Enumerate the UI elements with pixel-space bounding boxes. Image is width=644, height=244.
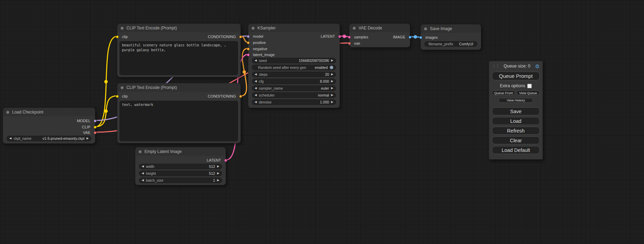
slot-dot-image[interactable]: [419, 36, 422, 39]
collapse-dot[interactable]: [424, 27, 427, 30]
widget-steps[interactable]: ◀ steps 20 ▶: [252, 72, 336, 77]
widget-denoise[interactable]: ◀ denoise 1.000 ▶: [252, 99, 336, 105]
increment-arrow-icon[interactable]: ▶: [331, 94, 333, 97]
increment-arrow-icon[interactable]: ▶: [331, 87, 333, 90]
slot-dot-clip[interactable]: [94, 126, 97, 129]
increment-arrow-icon[interactable]: ▶: [331, 101, 333, 103]
prompt-textarea[interactable]: beautiful scenery nature glass bottle la…: [120, 41, 238, 75]
increment-arrow-icon[interactable]: ▶: [87, 137, 89, 140]
view-history-button[interactable]: View History: [499, 98, 533, 103]
widget-width[interactable]: ◀ width 512 ▶: [139, 164, 222, 169]
collapse-dot[interactable]: [6, 111, 9, 114]
widget-random-seed-toggle[interactable]: Random seed after every gen enabled: [252, 65, 336, 70]
widget-scheduler[interactable]: ◀ scheduler normal ▶: [252, 92, 336, 98]
load-button[interactable]: Load: [492, 117, 540, 125]
comfyui-canvas[interactable]: { "icons": { "arrow_left": "◀", "arrow_r…: [0, 0, 644, 244]
slot-dot-latent[interactable]: [224, 159, 227, 162]
save-button[interactable]: Save: [492, 107, 540, 115]
output-slot-latent[interactable]: LATENT: [207, 158, 226, 163]
decrement-arrow-icon[interactable]: ◀: [255, 101, 257, 103]
output-slot-image[interactable]: IMAGE: [393, 35, 410, 39]
input-slot-images[interactable]: images: [421, 35, 438, 40]
output-slot-vae[interactable]: VAE: [83, 130, 95, 135]
node-save-image[interactable]: Save Image images filename_prefix ComfyU…: [421, 24, 481, 50]
input-slot-samples[interactable]: samples: [350, 35, 368, 39]
prompt-textarea[interactable]: text, watermark: [120, 101, 238, 141]
increment-arrow-icon[interactable]: ▶: [331, 80, 333, 83]
node-clip-text-encode-positive[interactable]: CLIP Text Encode (Prompt) clip CONDITION…: [117, 24, 241, 77]
decrement-arrow-icon[interactable]: ◀: [255, 94, 257, 97]
widget-height[interactable]: ◀ height 512 ▶: [139, 171, 222, 176]
slot-dot-conditioning[interactable]: [247, 41, 250, 44]
input-slot-clip[interactable]: clip: [117, 94, 128, 99]
toggle-dot[interactable]: [330, 66, 333, 69]
slot-dot-latent[interactable]: [247, 53, 250, 56]
load-default-button[interactable]: Load Default: [492, 146, 540, 154]
refresh-button[interactable]: Refresh: [492, 127, 540, 135]
view-queue-button[interactable]: View Queue: [517, 90, 540, 95]
decrement-arrow-icon[interactable]: ◀: [142, 179, 144, 182]
increment-arrow-icon[interactable]: ▶: [217, 172, 219, 175]
slot-dot-image[interactable]: [408, 36, 412, 39]
slot-dot-vae[interactable]: [94, 131, 97, 134]
queue-prompt-button[interactable]: Queue Prompt: [492, 72, 540, 80]
queue-front-button[interactable]: Queue Front: [492, 90, 515, 95]
node-load-checkpoint[interactable]: Load Checkpoint MODEL CLIP VAE ◀ ckpt_na…: [3, 108, 95, 144]
output-slot-model[interactable]: MODEL: [77, 118, 95, 123]
decrement-arrow-icon[interactable]: ◀: [255, 59, 257, 62]
collapse-dot[interactable]: [252, 27, 255, 30]
slot-dot-latent[interactable]: [338, 35, 341, 38]
decrement-arrow-icon[interactable]: ◀: [255, 73, 257, 76]
collapse-dot[interactable]: [353, 27, 356, 30]
node-vae-decode[interactable]: VAE Decode samples vae IMAGE: [349, 24, 410, 47]
decrement-arrow-icon[interactable]: ◀: [9, 137, 11, 140]
widget-seed[interactable]: ◀ seed 156680208700286 ▶: [252, 58, 336, 63]
settings-gear-icon[interactable]: ⚙: [535, 64, 540, 69]
slot-dot-model[interactable]: [247, 35, 250, 38]
input-slot-positive[interactable]: positive: [248, 40, 266, 45]
decrement-arrow-icon[interactable]: ◀: [142, 165, 144, 168]
node-empty-latent-image[interactable]: Empty Latent Image LATENT ◀ width 512 ▶ …: [135, 147, 226, 185]
node-title-bar[interactable]: CLIP Text Encode (Prompt): [117, 83, 240, 92]
increment-arrow-icon[interactable]: ▶: [331, 73, 333, 76]
slot-dot-conditioning[interactable]: [239, 95, 242, 98]
widget-batch-size[interactable]: ◀ batch_size 1 ▶: [139, 178, 222, 183]
node-title-bar[interactable]: KSampler: [248, 24, 339, 32]
widget-ckpt-name[interactable]: ◀ ckpt_name v1-5-pruned-emaonly.ckpt ▶: [7, 136, 91, 141]
widget-filename-prefix[interactable]: filename_prefix ComfyUI: [424, 41, 477, 47]
clear-button[interactable]: Clear: [492, 136, 540, 144]
collapse-dot[interactable]: [139, 150, 142, 153]
node-clip-text-encode-negative[interactable]: CLIP Text Encode (Prompt) clip CONDITION…: [117, 83, 241, 143]
input-slot-latent-image[interactable]: latent_image: [248, 52, 275, 57]
input-slot-vae[interactable]: vae: [350, 41, 360, 46]
input-slot-model[interactable]: model: [248, 34, 263, 39]
output-slot-latent[interactable]: LATENT: [321, 34, 339, 39]
increment-arrow-icon[interactable]: ▶: [217, 165, 219, 168]
queue-panel[interactable]: ⋮⋮ Queue size: 0 ⚙ Queue Prompt Extra op…: [489, 61, 543, 160]
drag-handle-icon[interactable]: ⋮⋮: [492, 64, 499, 69]
output-slot-conditioning[interactable]: CONDITIONING: [208, 94, 240, 99]
output-slot-conditioning[interactable]: CONDITIONING: [208, 34, 240, 39]
input-slot-negative[interactable]: negative: [248, 46, 267, 51]
collapse-dot[interactable]: [121, 86, 124, 89]
increment-arrow-icon[interactable]: ▶: [331, 59, 333, 62]
increment-arrow-icon[interactable]: ▶: [217, 179, 219, 182]
slot-dot-clip[interactable]: [116, 95, 119, 98]
node-title-bar[interactable]: Load Checkpoint: [3, 108, 95, 116]
slot-dot-conditioning[interactable]: [239, 35, 242, 38]
slot-dot-conditioning[interactable]: [247, 47, 250, 51]
decrement-arrow-icon[interactable]: ◀: [255, 87, 257, 90]
decrement-arrow-icon[interactable]: ◀: [142, 172, 144, 175]
widget-cfg[interactable]: ◀ cfg 8.000 ▶: [252, 79, 336, 84]
widget-sampler-name[interactable]: ◀ sampler_name euler ▶: [252, 85, 336, 91]
node-ksampler[interactable]: KSampler model positive negative latent_…: [248, 24, 340, 108]
collapse-dot[interactable]: [121, 27, 124, 30]
slot-dot-vae[interactable]: [348, 42, 351, 45]
output-slot-clip[interactable]: CLIP: [82, 125, 95, 129]
node-title-bar[interactable]: CLIP Text Encode (Prompt): [117, 24, 240, 32]
node-title-bar[interactable]: VAE Decode: [350, 24, 410, 32]
node-title-bar[interactable]: Save Image: [421, 25, 481, 33]
node-title-bar[interactable]: Empty Latent Image: [135, 147, 226, 156]
input-slot-clip[interactable]: clip: [117, 34, 128, 39]
decrement-arrow-icon[interactable]: ◀: [255, 80, 257, 83]
